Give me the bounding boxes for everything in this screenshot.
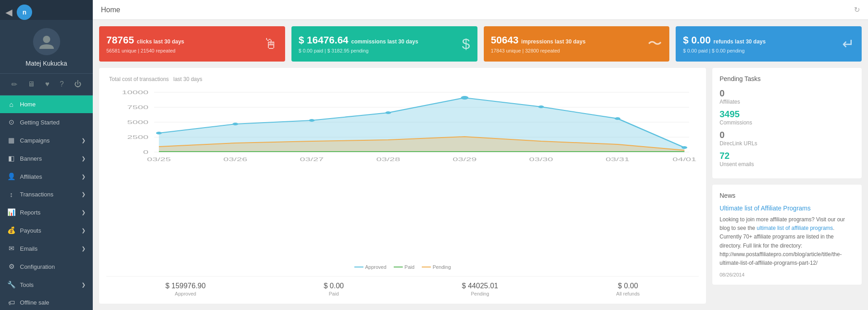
- chart-total-paid: $ 0.00 Paid: [324, 282, 343, 296]
- total-label: Pending: [462, 291, 498, 296]
- stat-card-refunds: $ 0.00 refunds last 30 days $ 0.00 paid …: [676, 26, 862, 62]
- stats-row: 78765 clicks last 30 days 56581 unique |…: [93, 20, 868, 62]
- sidebar-back-button[interactable]: ◀: [5, 7, 12, 18]
- main-content: Home ↻ 78765 clicks last 30 days 56581 u…: [93, 0, 868, 310]
- sidebar-item-banners[interactable]: ◧ Banners ❯: [0, 149, 93, 167]
- reports-nav-label: Reports: [20, 209, 41, 216]
- pending-label: DirecLink URLs: [720, 140, 854, 147]
- pending-tasks-panel: Pending Tasks 0 Affiliates 3495 Commissi…: [712, 68, 862, 178]
- refresh-icon[interactable]: ↻: [854, 5, 860, 14]
- campaigns-nav-label: Campaigns: [20, 137, 50, 144]
- legend-dot-paid: [394, 267, 403, 267]
- svg-text:03/31: 03/31: [606, 157, 630, 162]
- pending-count: 72: [720, 150, 854, 161]
- svg-text:03/25: 03/25: [147, 157, 171, 162]
- getting-started-nav-icon: ⊙: [7, 118, 15, 126]
- stat-sub-commissions: $ 0.00 paid | $ 3182.95 pending: [299, 48, 418, 53]
- transactions-nav-label: Transactions: [20, 191, 53, 198]
- stat-card-impressions: 50643 impressions last 30 days 17843 uni…: [484, 26, 670, 62]
- stat-main-clicks: 78765 clicks last 30 days: [106, 34, 184, 46]
- svg-point-27: [615, 117, 620, 120]
- payouts-nav-label: Payouts: [20, 227, 41, 234]
- payouts-nav-arrow: ❯: [81, 228, 86, 234]
- stat-label-commissions: commissions last 30 days: [351, 38, 418, 45]
- stat-icon-impressions: 〜: [648, 34, 662, 54]
- sidebar-item-transactions[interactable]: ↕ Transactions ❯: [0, 186, 93, 203]
- edit-icon[interactable]: ✏: [9, 78, 20, 91]
- sidebar-navigation: ⌂ Home ⊙ Getting Started ▦ Campaigns ❯◧ …: [0, 95, 93, 310]
- logo-text: n: [23, 9, 27, 16]
- monitor-icon[interactable]: 🖥: [25, 78, 38, 91]
- svg-text:2500: 2500: [127, 135, 148, 140]
- emails-nav-arrow: ❯: [81, 246, 86, 252]
- legend-approved-label: Approved: [365, 264, 386, 270]
- affiliates-nav-icon: 👤: [7, 172, 15, 181]
- legend-pending-label: Pending: [433, 264, 451, 270]
- help-icon[interactable]: ?: [57, 78, 67, 91]
- sidebar-item-configuration[interactable]: ⚙ Configuration: [0, 258, 93, 276]
- stat-icon-clicks: 🖱: [263, 36, 278, 52]
- svg-text:04/01: 04/01: [672, 157, 696, 162]
- pending-label: Unsent emails: [720, 161, 854, 167]
- stat-main-refunds: $ 0.00 refunds last 30 days: [683, 34, 766, 46]
- pending-count: 0: [720, 129, 854, 140]
- banners-nav-label: Banners: [20, 155, 42, 162]
- sidebar-item-reports[interactable]: 📊 Reports ❯: [0, 203, 93, 221]
- emails-nav-icon: ✉: [7, 244, 15, 253]
- emails-nav-label: Emails: [20, 245, 38, 252]
- stat-label-impressions: impressions last 30 days: [521, 38, 586, 45]
- stat-sub-clicks: 56581 unique | 21540 repeated: [106, 48, 184, 53]
- sidebar-item-home[interactable]: ⌂ Home: [0, 95, 93, 113]
- right-panels: Pending Tasks 0 Affiliates 3495 Commissi…: [712, 68, 862, 304]
- svg-point-23: [309, 119, 315, 122]
- stat-card-left-refunds: $ 0.00 refunds last 30 days $ 0.00 paid …: [683, 34, 766, 53]
- legend-pending: Pending: [422, 264, 451, 270]
- svg-point-24: [385, 111, 391, 114]
- news-article-body: Looking to join more affiliate programs?…: [720, 215, 854, 267]
- svg-text:0: 0: [143, 150, 148, 155]
- pending-item-commissions: 3495 Commissions: [720, 109, 854, 126]
- sidebar-item-affiliates[interactable]: 👤 Affiliates ❯: [0, 167, 93, 186]
- svg-text:7500: 7500: [127, 105, 148, 110]
- offline-sale-nav-label: Offline sale: [20, 299, 49, 306]
- stat-card-left-commissions: $ 16476.64 commissions last 30 days $ 0.…: [299, 34, 418, 53]
- pending-item-affiliates: 0 Affiliates: [720, 88, 854, 105]
- svg-point-0: [43, 36, 50, 43]
- stat-icon-commissions: $: [462, 36, 470, 52]
- svg-text:5000: 5000: [127, 120, 148, 125]
- reports-nav-arrow: ❯: [81, 210, 86, 215]
- svg-point-28: [682, 146, 687, 149]
- page-title: Home: [101, 6, 120, 14]
- legend-dot-approved: [354, 267, 363, 267]
- stat-card-commissions: $ 16476.64 commissions last 30 days $ 0.…: [291, 26, 477, 62]
- stat-card-clicks: 78765 clicks last 30 days 56581 unique |…: [99, 26, 285, 62]
- total-value: $ 159976.90: [165, 282, 205, 290]
- getting-started-nav-label: Getting Started: [20, 119, 59, 126]
- sidebar-quick-actions: ✏ 🖥 ♥ ? ⏻: [0, 74, 93, 95]
- banners-nav-arrow: ❯: [81, 156, 86, 162]
- pending-tasks-list: 0 Affiliates 3495 Commissions 0 DirecLin…: [720, 88, 854, 167]
- legend-paid: Paid: [394, 264, 415, 270]
- power-icon[interactable]: ⏻: [72, 78, 84, 91]
- payouts-nav-icon: 💰: [7, 226, 15, 234]
- total-value: $ 0.00: [324, 282, 343, 290]
- sidebar-item-emails[interactable]: ✉ Emails ❯: [0, 239, 93, 258]
- news-link[interactable]: ultimate list of affiliate programs: [757, 225, 833, 231]
- sidebar-item-tools[interactable]: 🔧 Tools ❯: [0, 276, 93, 294]
- news-title: News: [720, 192, 854, 199]
- svg-point-25: [461, 96, 468, 100]
- total-value: $ 0.00: [616, 282, 640, 290]
- chart-totals: $ 159976.90 Approved $ 0.00 Paid $ 44025…: [106, 276, 699, 296]
- chart-subtitle: last 30 days: [173, 76, 202, 82]
- total-label: Paid: [324, 291, 343, 296]
- heart-icon[interactable]: ♥: [43, 78, 52, 91]
- transactions-chart: 10000 7500 5000 2500 0 03/25 03/26 03/27…: [106, 88, 699, 169]
- sidebar-item-payouts[interactable]: 💰 Payouts ❯: [0, 221, 93, 239]
- pending-label: Affiliates: [720, 99, 854, 105]
- legend-dot-pending: [422, 267, 431, 267]
- sidebar-item-campaigns[interactable]: ▦ Campaigns ❯: [0, 131, 93, 149]
- home-nav-label: Home: [20, 101, 36, 108]
- news-article-title[interactable]: Ultimate list of Affiliate Programs: [720, 205, 854, 212]
- sidebar-item-offline-sale[interactable]: 🏷 Offline sale: [0, 294, 93, 310]
- sidebar-item-getting-started[interactable]: ⊙ Getting Started: [0, 113, 93, 131]
